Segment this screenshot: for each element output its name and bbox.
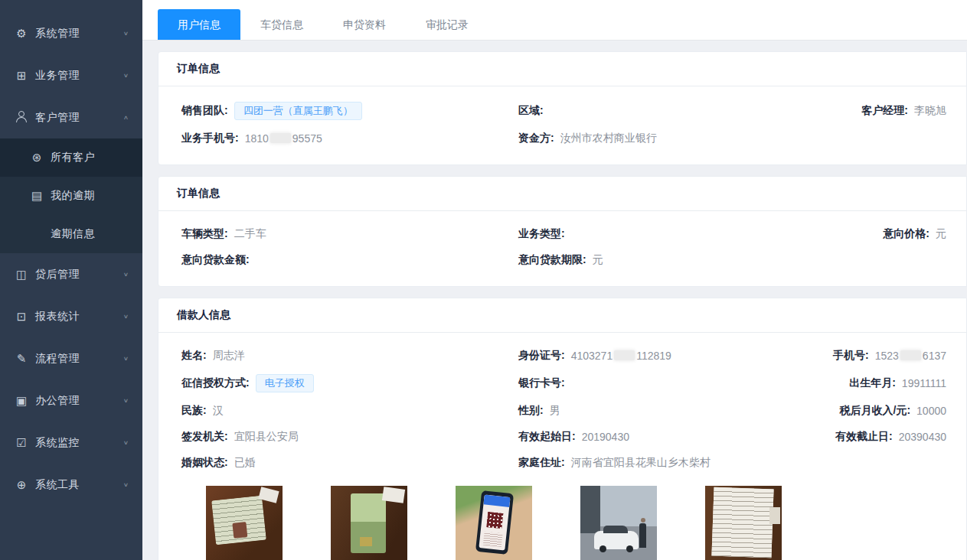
chevron-down-icon: ∨ [123,481,129,487]
order-info-card-2: 订单信息 车辆类型: 二手车 业务类型: 意向价格: 元 [158,176,967,287]
field-label: 销售团队: [181,104,228,118]
tab-car-loan-info[interactable]: 车贷信息 [240,9,323,40]
sidebar-item-system-management[interactable]: ⚙ 系统管理 ∨ [0,12,142,54]
sidebar-item-label: 流程管理 [35,352,123,366]
field-value: 4103271112819 [571,350,671,362]
gear-icon: ⚙ [12,27,31,41]
book-icon: ◫ [12,268,31,282]
empty-cell [825,252,956,268]
person-car-thumbnail[interactable] [580,486,657,560]
tab-user-info[interactable]: 用户信息 [158,9,240,40]
sidebar-item-system-monitor[interactable]: ☑ 系统监控 ∨ [0,422,142,464]
field-label: 出生年月: [849,376,896,390]
field-value: 181095575 [245,132,322,145]
field-label: 意向价格: [883,227,929,241]
field-label: 意向贷款期限: [518,253,586,267]
tools-icon: ⊕ [12,478,31,492]
empty-cell [825,455,956,470]
sidebar-item-all-customers[interactable]: ⊛ 所有客户 [0,138,142,177]
field-value: 宜阳县公安局 [234,430,299,444]
sidebar-item-customer-management[interactable]: 客户管理 ∧ [0,96,142,138]
field-label: 签发机关: [181,430,228,444]
field-ethnicity: 民族: 汉 [181,403,518,418]
field-label: 客户经理: [861,104,908,118]
field-region: 区域: [518,102,825,120]
tab-panel-user-info: 订单信息 销售团队: 四团一营（直属王鹏飞） 区域: 客户经理: 李晓旭 [142,41,967,560]
field-value: 河南省宜阳县花果山乡木柴村 [571,456,711,470]
card-title: 借款人信息 [158,298,966,333]
sidebar-item-postloan-management[interactable]: ◫ 贷后管理 ∨ [0,253,142,295]
field-value: 已婚 [234,456,256,470]
field-value: 19911111 [902,377,946,389]
sidebar-item-label: 逾期信息 [51,227,129,241]
sidebar-item-my-overdue[interactable]: ▤ 我的逾期 [0,177,142,215]
overdue-doc-icon: ▤ [28,189,46,203]
field-intent-price: 意向价格: 元 [825,226,956,242]
monitor-icon: ⊡ [12,310,31,324]
tab-loan-application-docs[interactable]: 申贷资料 [323,9,406,40]
field-marital-status: 婚姻状态: 已婚 [181,455,518,470]
field-value: 20390430 [899,431,946,443]
field-value: 周志洋 [213,349,245,363]
detail-tabbar: 用户信息 车贷信息 申贷资料 审批记录 [142,0,967,41]
field-vehicle-type: 车辆类型: 二手车 [181,226,518,242]
auth-screenshot-thumbnail[interactable] [456,486,532,560]
field-gender: 性别: 男 [518,403,825,418]
sidebar-item-business-management[interactable]: ⊞ 业务管理 ∨ [0,54,142,96]
chevron-down-icon: ∨ [123,313,129,319]
field-label: 税后月收入/元: [840,404,911,418]
tab-approval-records[interactable]: 审批记录 [406,9,488,40]
chevron-down-icon: ∨ [123,30,129,36]
order-info-card-1: 订单信息 销售团队: 四团一营（直属王鹏飞） 区域: 客户经理: 李晓旭 [158,51,967,165]
sidebar-item-process-management[interactable]: ✎ 流程管理 ∨ [0,337,142,379]
field-issuing-authority: 签发机关: 宜阳县公安局 [181,429,518,444]
field-phone: 手机号: 15236137 [825,348,956,363]
sidebar-item-label: 系统管理 [35,27,123,41]
field-name: 姓名: 周志洋 [181,348,518,363]
sidebar-item-label: 所有客户 [51,151,129,164]
field-value: 男 [550,404,560,418]
users-icon: ⊛ [28,151,46,164]
chevron-down-icon: ∨ [123,397,129,403]
sidebar-item-label: 办公管理 [35,394,123,408]
sidebar-item-label: 系统监控 [35,436,123,450]
field-label: 性别: [518,404,544,418]
chevron-down-icon: ∨ [123,271,129,277]
grid-icon: ⊞ [12,69,31,83]
document-thumbnail[interactable] [705,486,782,560]
sidebar-item-overdue-info[interactable]: 逾期信息 [0,215,142,253]
field-value: 10000 [916,405,946,417]
sidebar-item-label: 系统工具 [35,478,123,492]
id-card-photo[interactable]: 身份证 [206,486,283,560]
field-value: 李晓旭 [914,104,946,118]
field-label: 区域: [518,104,544,118]
sales-team-tag: 四团一营（直属王鹏飞） [234,102,362,120]
person-car-photo[interactable]: 人车合影 [580,486,657,560]
auth-screenshot-photo[interactable]: 授权截图 [456,486,532,560]
chevron-down-icon: ∨ [123,355,129,361]
field-birth-date: 出生年月: 19911111 [825,374,956,392]
sidebar-item-label: 客户管理 [35,111,123,125]
sidebar-item-office-management[interactable]: ▣ 办公管理 ∨ [0,379,142,422]
field-label: 有效起始日: [518,430,576,444]
field-label: 意向贷款金额: [181,253,250,267]
redaction-blur [614,350,635,360]
field-label: 家庭住址: [518,456,565,470]
license-booklet-photo[interactable]: 驾驶证副页 [331,486,407,560]
sidebar-item-label: 业务管理 [35,69,123,83]
sidebar-item-label: 我的逾期 [51,189,129,203]
main-content: 用户信息 车贷信息 申贷资料 审批记录 订单信息 销售团队: 四团一营（直属王鹏… [142,0,967,560]
document-photo[interactable]: 其他材料 [705,486,782,560]
office-icon: ▣ [12,394,31,408]
customer-management-submenu: ⊛ 所有客户 ▤ 我的逾期 逾期信息 [0,138,142,253]
field-value: 元 [593,253,603,267]
field-account-manager: 客户经理: 李晓旭 [825,102,956,120]
sidebar-item-label: 贷后管理 [35,268,123,282]
sidebar-item-system-tools[interactable]: ⊕ 系统工具 ∨ [0,464,142,506]
sidebar-item-report-statistics[interactable]: ⊡ 报表统计 ∨ [0,295,142,337]
field-label: 有效截止日: [835,430,893,444]
field-id-number: 身份证号: 4103271112819 [518,348,825,363]
license-booklet-thumbnail[interactable] [331,486,407,560]
id-card-photo-thumbnail[interactable] [206,486,283,560]
field-label: 业务类型: [518,227,565,241]
